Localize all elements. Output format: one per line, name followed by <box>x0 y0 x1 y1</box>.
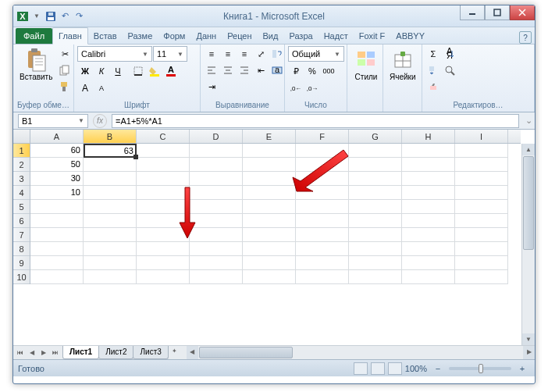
tab-data[interactable]: Данн <box>190 28 222 44</box>
align-bottom-icon[interactable]: ≡ <box>237 46 252 62</box>
cell-C7[interactable] <box>137 228 190 242</box>
cell-D8[interactable] <box>190 242 243 256</box>
sheet-tab-3[interactable]: Лист3 <box>133 346 168 359</box>
cell-H8[interactable] <box>402 242 455 256</box>
name-box[interactable]: B1▼ <box>18 114 88 128</box>
scroll-down-icon[interactable]: ▼ <box>522 333 535 345</box>
align-left-icon[interactable] <box>204 62 219 78</box>
cells-area[interactable]: 6063503010 <box>30 144 521 345</box>
zoom-out-icon[interactable]: − <box>430 361 446 376</box>
autosum-icon[interactable]: Σ <box>425 46 441 62</box>
increase-font-icon[interactable]: A <box>77 80 93 96</box>
cell-G4[interactable] <box>349 186 402 200</box>
cell-I4[interactable] <box>455 186 508 200</box>
cell-B3[interactable] <box>84 172 137 186</box>
sheet-nav-first-icon[interactable]: ⏮ <box>15 347 26 358</box>
tab-abbyy[interactable]: ABBYY <box>390 28 430 44</box>
cell-I5[interactable] <box>455 200 508 214</box>
hscroll-thumb[interactable] <box>199 347 293 358</box>
cell-D7[interactable] <box>190 228 243 242</box>
col-header-A[interactable]: A <box>30 130 84 143</box>
redo-icon[interactable]: ↷ <box>73 10 85 23</box>
maximize-button[interactable] <box>485 5 510 20</box>
cell-C8[interactable] <box>137 242 190 256</box>
cell-C1[interactable] <box>137 144 190 158</box>
tab-home[interactable]: Главн <box>52 27 88 45</box>
col-header-F[interactable]: F <box>296 130 349 143</box>
cell-E4[interactable] <box>243 186 296 200</box>
cell-F6[interactable] <box>296 214 349 228</box>
tab-file[interactable]: Файл <box>16 28 52 44</box>
bold-button[interactable]: Ж <box>77 63 93 79</box>
italic-button[interactable]: К <box>94 63 109 79</box>
currency-icon[interactable]: ₽ <box>288 63 304 79</box>
font-name-combo[interactable]: Calibri▼ <box>77 46 152 62</box>
tab-layout[interactable]: Разме <box>123 28 158 44</box>
cell-A3[interactable]: 30 <box>30 172 84 186</box>
cell-G3[interactable] <box>349 172 402 186</box>
fill-icon[interactable] <box>425 62 441 78</box>
sheet-nav-last-icon[interactable]: ⏭ <box>50 347 61 358</box>
row-header-7[interactable]: 7 <box>13 228 30 242</box>
formula-input[interactable]: =A1+5%*A1 <box>112 114 519 128</box>
cell-B6[interactable] <box>84 214 137 228</box>
cell-B7[interactable] <box>84 228 137 242</box>
copy-icon[interactable] <box>57 62 73 78</box>
cell-E5[interactable] <box>243 200 296 214</box>
cells-button[interactable]: Ячейки <box>386 46 419 83</box>
tab-foxit[interactable]: Foxit F <box>354 28 391 44</box>
decrease-decimal-icon[interactable]: ,0→ <box>304 80 320 96</box>
cell-D4[interactable] <box>190 186 243 200</box>
row-header-1[interactable]: 1 <box>13 144 30 158</box>
cell-C5[interactable] <box>137 200 190 214</box>
cell-E8[interactable] <box>243 242 296 256</box>
scroll-left-icon[interactable]: ◀ <box>187 346 198 359</box>
cell-A10[interactable] <box>30 270 84 284</box>
decrease-indent-icon[interactable]: ⇤ <box>253 62 269 78</box>
help-icon[interactable]: ? <box>519 31 532 44</box>
new-sheet-icon[interactable]: ✦ <box>169 346 180 357</box>
cell-A7[interactable] <box>30 228 84 242</box>
orientation-icon[interactable]: ⤢ <box>253 46 269 62</box>
cell-H4[interactable] <box>402 186 455 200</box>
align-top-icon[interactable]: ≡ <box>204 46 219 62</box>
view-pagebreak-icon[interactable] <box>388 362 402 375</box>
cell-F4[interactable] <box>296 186 349 200</box>
cell-F2[interactable] <box>296 158 349 172</box>
tab-review[interactable]: Рецен <box>222 28 257 44</box>
cell-G7[interactable] <box>349 228 402 242</box>
cell-A5[interactable] <box>30 200 84 214</box>
save-icon[interactable] <box>44 10 57 23</box>
cell-A8[interactable] <box>30 242 84 256</box>
view-normal-icon[interactable] <box>354 362 368 375</box>
row-header-2[interactable]: 2 <box>13 158 30 172</box>
cell-F3[interactable] <box>296 172 349 186</box>
cell-E3[interactable] <box>243 172 296 186</box>
vertical-scrollbar[interactable]: ▲ ▼ <box>521 144 535 345</box>
cell-A9[interactable] <box>30 256 84 270</box>
sheet-nav-next-icon[interactable]: ▶ <box>38 347 49 358</box>
comma-icon[interactable]: 000 <box>321 63 336 79</box>
cell-G1[interactable] <box>349 144 402 158</box>
cell-I10[interactable] <box>455 270 508 284</box>
cell-I9[interactable] <box>455 256 508 270</box>
undo-icon[interactable]: ↶ <box>59 10 71 23</box>
fx-button[interactable]: fx <box>93 114 107 128</box>
row-header-10[interactable]: 10 <box>13 270 30 284</box>
cell-I8[interactable] <box>455 242 508 256</box>
view-layout-icon[interactable] <box>371 362 385 375</box>
increase-decimal-icon[interactable]: ,0← <box>288 80 304 96</box>
align-right-icon[interactable] <box>237 62 252 78</box>
cell-G6[interactable] <box>349 214 402 228</box>
align-middle-icon[interactable]: ≡ <box>220 46 236 62</box>
zoom-slider-thumb[interactable] <box>479 364 483 373</box>
sheet-tab-2[interactable]: Лист2 <box>98 346 133 359</box>
cell-D2[interactable] <box>190 158 243 172</box>
col-header-B[interactable]: B <box>84 130 137 143</box>
cell-E9[interactable] <box>243 256 296 270</box>
cell-C6[interactable] <box>137 214 190 228</box>
cell-B4[interactable] <box>84 186 137 200</box>
cell-B1[interactable]: 63 <box>84 144 137 158</box>
cell-D3[interactable] <box>190 172 243 186</box>
sort-filter-icon[interactable]: AЯ <box>442 46 457 62</box>
